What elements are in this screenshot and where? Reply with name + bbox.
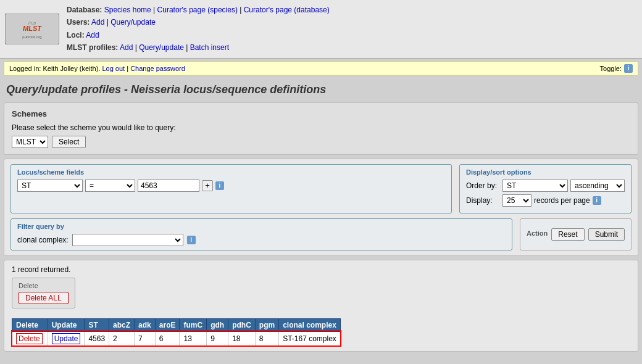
display-row: Display: 10 25 50 100 200 records per pa… (466, 194, 625, 207)
query-top-row: Locus/scheme fields ST abcZ adk aroE fum… (10, 164, 632, 213)
display-sort-box: Display/sort options Order by: ST abcZ a… (459, 164, 632, 213)
submit-button[interactable]: Submit (588, 228, 625, 241)
per-page-select[interactable]: 10 25 50 100 200 (502, 194, 532, 207)
locus-scheme-fields-box: Locus/scheme fields ST abcZ adk aroE fum… (10, 164, 452, 213)
col-delete: Delete (12, 318, 48, 331)
table-header-row: Delete Update ST abcZ adk aroE fumC gdh … (12, 318, 341, 331)
display-label: Display: (466, 196, 500, 205)
users-label: Users: (67, 18, 90, 27)
cell-delete: Delete (12, 331, 48, 345)
cell-adk: 7 (135, 331, 156, 345)
locus-info-icon[interactable]: i (215, 181, 224, 190)
loci-label: Loci: (67, 31, 85, 39)
display-sort-title: Display/sort options (466, 168, 625, 176)
delete-box-title: Delete (19, 282, 69, 289)
delete-link[interactable]: Delete (16, 333, 43, 344)
col-abcz: abcZ (109, 318, 135, 331)
clonal-complex-select[interactable] (72, 234, 183, 246)
order-row: Order by: ST abcZ adk aroE fumC gdh pdhC… (466, 180, 625, 192)
schemes-panel: Schemes Please select the scheme you wou… (4, 102, 638, 155)
query-section: Locus/scheme fields ST abcZ adk aroE fum… (4, 159, 638, 256)
results-table: Delete Update ST abcZ adk aroE fumC gdh … (12, 318, 341, 346)
table-row: Delete Update 4563 2 7 6 13 9 18 8 ST-16… (12, 331, 341, 345)
filter-action-row: Filter query by clonal complex: i Action… (10, 218, 632, 250)
loci-add-link[interactable]: Add (86, 31, 99, 39)
schemes-description: Please select the scheme you would like … (12, 123, 630, 132)
delete-box: Delete Delete ALL (12, 278, 75, 308)
cell-aroe: 6 (155, 331, 180, 345)
logout-link[interactable]: Log out (102, 65, 125, 72)
cell-gdh: 9 (207, 331, 228, 345)
update-link[interactable]: Update (52, 333, 81, 344)
results-count: 1 record returned. (12, 265, 630, 274)
col-update: Update (48, 318, 85, 331)
order-select[interactable]: ST abcZ adk aroE fumC gdh pdhC pgm clona… (502, 180, 568, 192)
order-label: Order by: (466, 181, 500, 190)
col-st: ST (85, 318, 109, 331)
cell-clonal-complex: ST-167 complex (279, 331, 341, 345)
filter-title: Filter query by (17, 223, 506, 230)
cell-st: 4563 (85, 331, 109, 345)
locus-field-select[interactable]: ST abcZ adk aroE fumC gdh pdhC pgm clona… (17, 180, 83, 192)
mlst-add-link[interactable]: Add (120, 43, 133, 52)
toggle-label: Toggle: (600, 65, 622, 72)
header-links: Database: Species home | Curator's page … (67, 4, 330, 54)
clonal-complex-label: clonal complex: (17, 236, 69, 244)
records-per-page-label: records per page (534, 196, 590, 205)
users-query-link[interactable]: Query/update (110, 18, 156, 27)
curators-page-species-link[interactable]: Curator's page (species) (157, 6, 238, 14)
login-text: Logged in: Keith Jolley (keith). (9, 65, 100, 72)
svg-text:pubmlst.org: pubmlst.org (22, 35, 41, 39)
cell-update: Update (48, 331, 85, 345)
cell-fumc: 13 (180, 331, 207, 345)
login-bar: Logged in: Keith Jolley (keith). Log out… (4, 61, 638, 76)
direction-select[interactable]: ascending descending (570, 180, 625, 192)
mlst-label: MLST profiles: (67, 43, 118, 52)
species-home-link[interactable]: Species home (104, 6, 151, 14)
schemes-title: Schemes (12, 109, 630, 118)
col-gdh: gdh (207, 318, 228, 331)
header: Pub MLST pubmlst.org Database: Species h… (0, 0, 642, 59)
toggle-info-icon[interactable]: i (624, 64, 633, 73)
per-page-info-icon[interactable]: i (593, 196, 601, 205)
results-panel: 1 record returned. Delete Delete ALL Del… (4, 260, 638, 352)
cell-pdhc: 18 (228, 331, 256, 345)
col-pgm: pgm (255, 318, 278, 331)
users-add-link[interactable]: Add (91, 18, 104, 27)
col-clonal-complex: clonal complex (279, 318, 341, 331)
svg-text:MLST: MLST (23, 25, 42, 32)
action-box: Action Reset Submit (520, 218, 632, 250)
pubmlst-logo: Pub MLST pubmlst.org (5, 14, 59, 44)
col-fumc: fumC (180, 318, 207, 331)
scheme-row: MLST Select (12, 136, 630, 148)
locus-field-row: ST abcZ adk aroE fumC gdh pdhC pgm clona… (17, 180, 445, 192)
select-button[interactable]: Select (52, 136, 86, 148)
col-adk: adk (135, 318, 156, 331)
add-field-button[interactable]: + (202, 180, 213, 191)
curators-page-database-link[interactable]: Curator's page (database) (244, 6, 330, 14)
change-password-link[interactable]: Change password (130, 65, 185, 72)
locus-value-input[interactable] (138, 180, 199, 192)
action-title: Action (527, 230, 548, 237)
col-pdhc: pdhC (228, 318, 256, 331)
locus-fields-title: Locus/scheme fields (17, 168, 445, 176)
filter-info-icon[interactable]: i (187, 236, 196, 244)
delete-all-button[interactable]: Delete ALL (19, 292, 69, 304)
filter-box: Filter query by clonal complex: i (10, 218, 512, 250)
mlst-query-link[interactable]: Query/update (139, 43, 184, 52)
page-title: Query/update profiles - Neisseria locus/… (0, 78, 642, 100)
reset-button[interactable]: Reset (551, 228, 584, 241)
operator-select[interactable]: = contains starts with ends with > < not (85, 180, 135, 192)
col-aroe: aroE (155, 318, 180, 331)
cell-pgm: 8 (255, 331, 278, 345)
database-label: Database: (67, 6, 102, 14)
cell-abcz: 2 (109, 331, 135, 345)
filter-row: clonal complex: i (17, 234, 506, 246)
scheme-select[interactable]: MLST (12, 136, 48, 148)
mlst-batch-link[interactable]: Batch insert (190, 43, 229, 52)
